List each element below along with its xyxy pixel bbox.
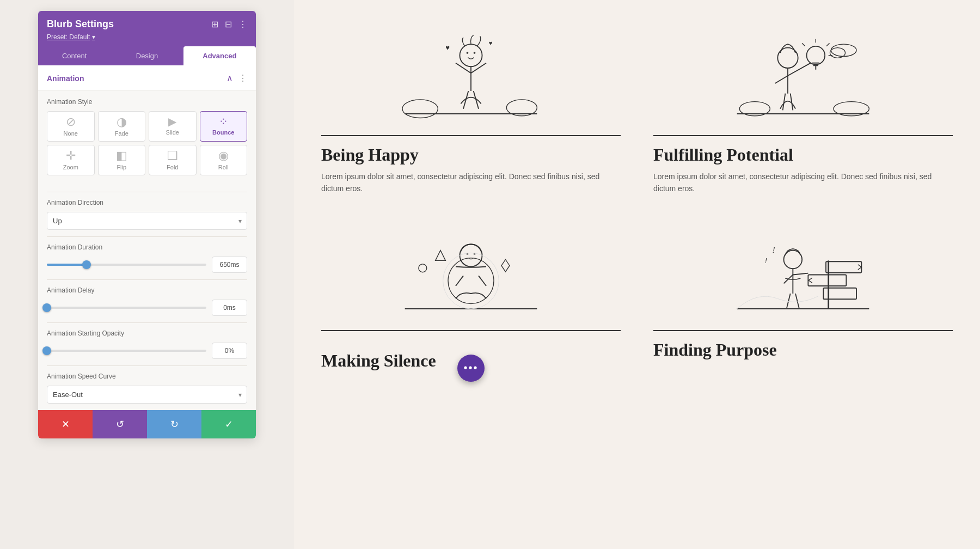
style-btn-slide[interactable]: ▶ Slide — [149, 111, 197, 142]
style-none-label: None — [64, 130, 78, 137]
style-fold-label: Fold — [167, 164, 178, 170]
preset-label[interactable]: Preset: Default ▾ — [47, 33, 247, 41]
card-4-title: Finding Purpose — [653, 340, 777, 360]
svg-rect-43 — [808, 274, 846, 286]
style-roll-label: Roll — [218, 164, 229, 170]
panel-footer: ✕ ↺ ↻ ✓ — [38, 410, 256, 438]
opacity-label: Animation Starting Opacity — [47, 330, 247, 337]
save-button[interactable]: ✓ — [201, 410, 256, 438]
card-1-title: Being Happy — [321, 145, 419, 165]
duration-field-block: 2 Animation Duration — [38, 237, 256, 279]
illustration-finding-purpose: ! ! — [653, 211, 953, 331]
redo-button[interactable]: ↻ — [147, 410, 201, 438]
card-2-title: Fulfilling Potential — [653, 145, 793, 165]
svg-line-18 — [788, 63, 811, 76]
opacity-slider[interactable] — [47, 345, 206, 356]
style-btn-fade[interactable]: ◑ Fade — [98, 111, 146, 142]
left-panel: Blurb Settings ⊞ ⊟ ⋮ Preset: Default ▾ C… — [0, 0, 294, 549]
illustration-making-silence — [321, 211, 621, 331]
svg-text:!: ! — [765, 257, 767, 265]
blurb-card-3: ••• Making Silence — [321, 211, 621, 376]
section-title: Animation — [47, 74, 84, 83]
svg-point-3 — [460, 44, 482, 66]
style-btn-zoom[interactable]: ✛ Zoom — [47, 145, 95, 175]
settings-panel: Blurb Settings ⊞ ⊟ ⋮ Preset: Default ▾ C… — [38, 11, 256, 438]
columns-icon[interactable]: ⊟ — [225, 19, 232, 29]
delay-value-input[interactable] — [212, 300, 247, 316]
duration-slider[interactable] — [47, 259, 206, 270]
flip-icon: ◧ — [116, 150, 127, 162]
delay-field-block: Animation Delay — [38, 280, 256, 322]
bounce-icon: ⁘ — [219, 116, 228, 127]
cancel-button[interactable]: ✕ — [38, 410, 93, 438]
svg-point-20 — [807, 46, 825, 65]
svg-point-4 — [467, 52, 469, 54]
speed-curve-select[interactable]: Ease-Out Ease-In Ease-In-Out Linear Boun… — [47, 386, 247, 404]
more-icon[interactable]: ⋮ — [238, 19, 247, 29]
direction-select[interactable]: Up Down Left Right Center — [47, 212, 247, 230]
speed-curve-select-wrapper: Ease-Out Ease-In Ease-In-Out Linear Boun… — [47, 386, 247, 404]
style-slide-label: Slide — [166, 129, 179, 136]
svg-line-25 — [802, 43, 805, 46]
tab-content[interactable]: Content — [38, 46, 111, 65]
roll-icon: ◉ — [218, 150, 229, 162]
zoom-icon: ✛ — [66, 150, 76, 162]
undo-button[interactable]: ↺ — [93, 410, 147, 438]
direction-field-block: 1 Animation Direction Up Down Left Right… — [38, 192, 256, 236]
svg-line-23 — [826, 43, 830, 46]
svg-text:♥: ♥ — [489, 40, 493, 46]
animation-style-grid: ⊘ None ◑ Fade ▶ Slide — [47, 111, 247, 175]
tab-advanced[interactable]: Advanced — [183, 46, 256, 65]
none-icon: ⊘ — [66, 116, 76, 128]
fab-button[interactable]: ••• — [457, 355, 485, 382]
opacity-field-block: Animation Starting Opacity — [38, 323, 256, 365]
svg-line-37 — [456, 276, 463, 286]
illustration-fulfilling-potential — [653, 16, 953, 136]
slide-icon: ▶ — [168, 116, 176, 127]
section-more-icon[interactable]: ⋮ — [238, 73, 247, 83]
tab-design[interactable]: Design — [111, 46, 183, 65]
blurb-card-4: ! ! Finding Purpose — [653, 211, 953, 376]
svg-point-39 — [419, 264, 427, 272]
animation-style-label: Animation Style — [47, 98, 247, 106]
animation-style-section: Animation Style ⊘ None ◑ Fade — [38, 90, 256, 192]
style-btn-flip[interactable]: ◧ Flip — [98, 145, 146, 175]
style-btn-none[interactable]: ⊘ None — [47, 111, 95, 142]
panel-content: Animation ∧ ⋮ Animation Style ⊘ None — [38, 65, 256, 410]
illustration-being-happy: ♥ ♥ — [321, 16, 621, 136]
svg-line-8 — [471, 63, 486, 74]
svg-text:!: ! — [773, 245, 775, 254]
collapse-icon[interactable]: ∧ — [226, 73, 233, 83]
panel-title: Blurb Settings — [47, 19, 114, 30]
direction-select-wrapper: Up Down Left Right Center ▾ — [47, 212, 247, 230]
delay-slider[interactable] — [47, 302, 206, 313]
svg-line-49 — [787, 294, 791, 308]
style-btn-bounce[interactable]: ⁘ Bounce — [200, 111, 248, 142]
svg-point-5 — [474, 52, 476, 54]
panel-tabs: Content Design Advanced — [38, 46, 256, 65]
style-btn-roll[interactable]: ◉ Roll — [200, 145, 248, 175]
section-icons: ∧ ⋮ — [226, 73, 247, 83]
card-2-text: Lorem ipsum dolor sit amet, consectetur … — [653, 170, 953, 195]
svg-point-35 — [448, 258, 494, 303]
right-content: ♥ ♥ Being Happy Lorem ipsum dolor sit am… — [294, 0, 980, 549]
direction-label: Animation Direction — [47, 199, 247, 206]
opacity-value-input[interactable] — [212, 343, 247, 359]
style-bounce-label: Bounce — [212, 129, 234, 136]
svg-line-7 — [456, 63, 471, 74]
fab-dots: ••• — [463, 362, 478, 374]
fold-icon: ❑ — [167, 150, 178, 162]
speed-curve-field-block: 3 Animation Speed Curve Ease-Out Ease-In… — [38, 366, 256, 410]
header-icons: ⊞ ⊟ ⋮ — [211, 19, 247, 29]
svg-line-50 — [795, 294, 799, 308]
blurb-card-1: ♥ ♥ Being Happy Lorem ipsum dolor sit am… — [321, 16, 621, 195]
svg-line-38 — [479, 276, 486, 286]
duration-value-input[interactable] — [212, 257, 247, 273]
style-btn-fold[interactable]: ❑ Fold — [149, 145, 197, 175]
style-zoom-label: Zoom — [63, 164, 78, 170]
card-3-title: Making Silence — [321, 351, 436, 371]
delay-label: Animation Delay — [47, 286, 247, 294]
grid-icon[interactable]: ⊞ — [211, 19, 218, 29]
svg-rect-42 — [826, 261, 861, 273]
fade-icon: ◑ — [117, 116, 127, 128]
